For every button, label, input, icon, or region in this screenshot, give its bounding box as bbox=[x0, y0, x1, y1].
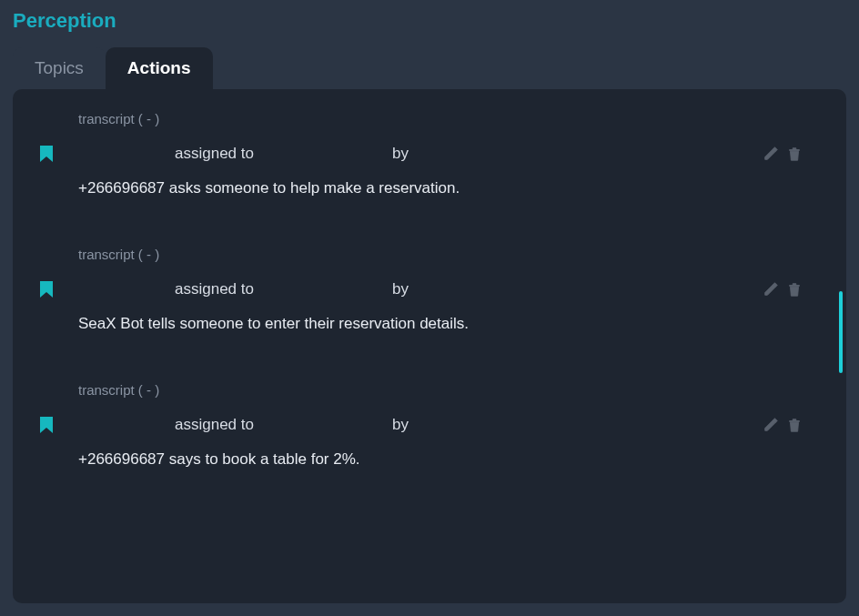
assigned-to-label: assigned to bbox=[175, 280, 254, 298]
action-description: +266696687 asks someone to help make a r… bbox=[78, 179, 819, 197]
by-label: by bbox=[392, 416, 409, 434]
transcript-label: transcript ( - ) bbox=[78, 382, 819, 398]
row-actions bbox=[763, 417, 803, 433]
row-actions bbox=[763, 281, 803, 298]
action-line: assigned to by bbox=[40, 145, 819, 163]
action-item: transcript ( - ) assigned to by +2666966… bbox=[13, 369, 846, 505]
tab-topics[interactable]: Topics bbox=[13, 47, 106, 89]
action-item: transcript ( - ) assigned to by +2666966… bbox=[13, 98, 846, 234]
actions-panel: transcript ( - ) assigned to by +2666966… bbox=[13, 89, 846, 603]
edit-icon[interactable] bbox=[763, 417, 779, 433]
by-label: by bbox=[392, 280, 409, 298]
action-item: transcript ( - ) assigned to by SeaX Bot… bbox=[13, 234, 846, 369]
edit-icon[interactable] bbox=[763, 281, 779, 298]
transcript-label: transcript ( - ) bbox=[78, 247, 819, 262]
action-description: +266696687 says to book a table for 2%. bbox=[78, 450, 819, 469]
tabs-bar: Topics Actions bbox=[13, 47, 846, 89]
transcript-label: transcript ( - ) bbox=[78, 111, 819, 126]
delete-icon[interactable] bbox=[786, 417, 803, 433]
action-description: SeaX Bot tells someone to enter their re… bbox=[78, 315, 819, 333]
action-line: assigned to by bbox=[40, 280, 819, 298]
page-title: Perception bbox=[13, 9, 846, 33]
bookmark-icon[interactable] bbox=[40, 281, 53, 298]
tab-actions[interactable]: Actions bbox=[106, 47, 213, 89]
edit-icon[interactable] bbox=[763, 146, 779, 162]
delete-icon[interactable] bbox=[786, 146, 803, 162]
action-line: assigned to by bbox=[40, 416, 819, 434]
row-actions bbox=[763, 146, 803, 162]
scrollbar-thumb[interactable] bbox=[839, 291, 843, 373]
by-label: by bbox=[392, 145, 409, 163]
bookmark-icon[interactable] bbox=[40, 146, 53, 162]
assigned-to-label: assigned to bbox=[175, 416, 254, 434]
bookmark-icon[interactable] bbox=[40, 417, 53, 433]
delete-icon[interactable] bbox=[786, 281, 803, 298]
assigned-to-label: assigned to bbox=[175, 145, 254, 163]
